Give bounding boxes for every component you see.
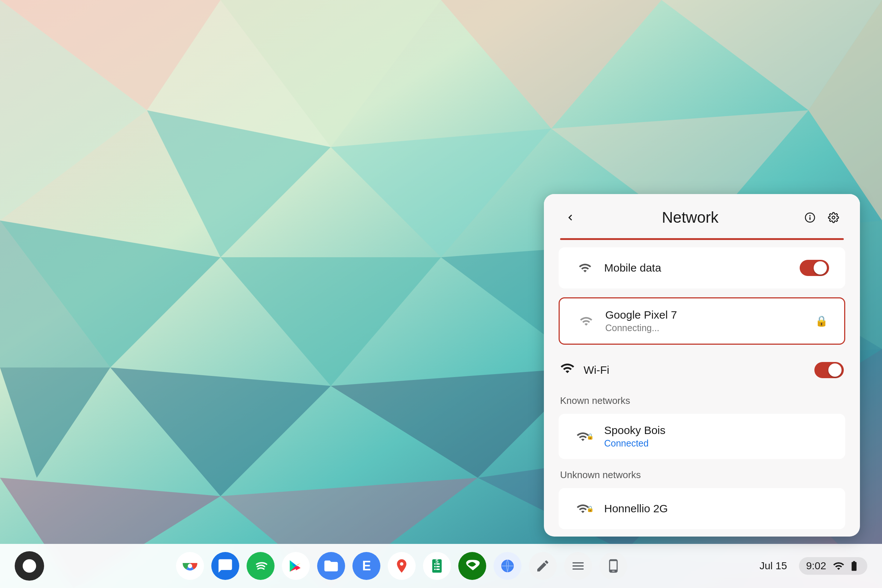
pixel-signal-icon [576, 311, 597, 332]
stylus-app-icon[interactable] [529, 552, 557, 580]
svg-point-30 [23, 560, 36, 573]
pixel-lock: 🔒 [815, 315, 828, 327]
spooky-bois-section: 🔒 Spooky Bois Connected [544, 410, 860, 464]
wifi-toggle-switch[interactable] [814, 362, 844, 378]
pixel-row[interactable]: Google Pixel 7 Connecting... 🔒 [559, 297, 845, 345]
mobile-data-toggle[interactable] [800, 260, 829, 276]
unknown-networks-label: Unknown networks [544, 464, 860, 484]
honnellio-info: Honnellio 2G [604, 502, 829, 515]
phone-hub-icon[interactable] [599, 552, 627, 580]
mobile-data-toggle-switch[interactable] [800, 260, 829, 276]
play-store-icon[interactable] [282, 552, 310, 580]
back-button[interactable] [560, 207, 580, 228]
info-button[interactable] [800, 207, 820, 228]
spotify-app-icon[interactable] [247, 552, 274, 580]
files-app-icon[interactable] [317, 552, 345, 580]
taskbar-date: Jul 15 [760, 560, 787, 572]
honnellio-row[interactable]: 🔒 Honnellio 2G [559, 488, 845, 529]
network-panel: Network [544, 194, 860, 537]
pixel-name: Google Pixel 7 [605, 309, 815, 321]
settings-button[interactable] [823, 207, 844, 228]
pixel-status: Connecting... [605, 322, 815, 333]
svg-rect-40 [436, 568, 440, 570]
panel-title: Network [662, 209, 718, 226]
wifi-label: Wi-Fi [584, 364, 814, 376]
svg-point-32 [188, 564, 192, 568]
mobile-data-info: Mobile data [604, 262, 800, 274]
honnellio-section: 🔒 Honnellio 2G [544, 484, 860, 537]
spooky-bois-name: Spooky Bois [604, 424, 829, 436]
taskbar-time: 9:02 [806, 560, 826, 572]
mobile-data-label: Mobile data [604, 262, 800, 274]
maps-app-icon[interactable] [388, 552, 416, 580]
sheets-app-icon[interactable]: S [423, 552, 451, 580]
pixel-info: Google Pixel 7 Connecting... [605, 309, 815, 333]
gmail-avatar-e[interactable]: E [352, 552, 380, 580]
wifi-status-icon [833, 560, 844, 572]
svg-rect-38 [436, 566, 440, 567]
wifi-toggle[interactable] [814, 362, 844, 378]
spooky-bois-status: Connected [604, 438, 829, 449]
battery-status-icon [848, 560, 860, 572]
taskbar-left [15, 551, 44, 580]
pixel-section: Google Pixel 7 Connecting... 🔒 [544, 293, 860, 351]
taskbar-center: E S [44, 552, 760, 580]
xbox-app-icon[interactable] [458, 552, 486, 580]
taskbar-right: Jul 15 9:02 [760, 557, 867, 575]
panel-header: Network [544, 194, 860, 238]
messages-app-icon[interactable] [212, 552, 239, 580]
lock-icon: 🔒 [815, 315, 828, 327]
earth-app-icon[interactable] [494, 552, 522, 580]
taskbar-status[interactable]: 9:02 [799, 557, 868, 575]
mobile-data-section: Mobile data [544, 240, 860, 293]
svg-text:S: S [435, 558, 439, 564]
spooky-bois-info: Spooky Bois Connected [604, 424, 829, 449]
mobile-data-row[interactable]: Mobile data [559, 248, 845, 288]
tasks-app-icon[interactable] [564, 552, 592, 580]
chrome-app-icon[interactable] [176, 552, 204, 580]
wifi-icon [560, 361, 575, 379]
mobile-signal-icon [575, 258, 596, 278]
known-networks-label: Known networks [544, 389, 860, 410]
honnellio-icon: 🔒 [575, 498, 596, 519]
panel-actions [800, 207, 844, 228]
svg-rect-39 [434, 568, 436, 570]
launcher-button[interactable] [15, 551, 44, 580]
svg-rect-37 [434, 566, 436, 567]
spooky-bois-icon: 🔒 [575, 426, 596, 447]
wifi-row[interactable]: Wi-Fi [544, 351, 860, 389]
spooky-bois-row[interactable]: 🔒 Spooky Bois Connected [559, 414, 845, 459]
honnellio-name: Honnellio 2G [604, 502, 829, 515]
svg-point-29 [832, 216, 835, 219]
taskbar: E S [0, 544, 882, 588]
